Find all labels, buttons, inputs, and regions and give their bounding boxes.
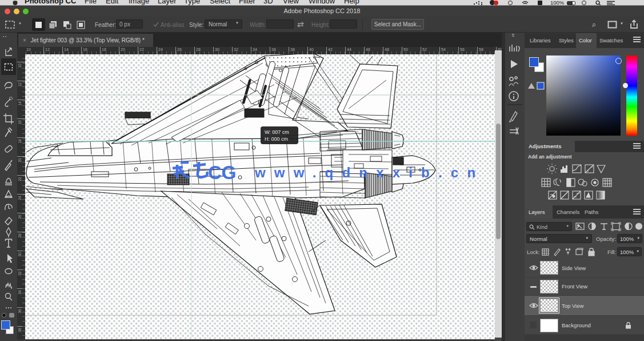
svg-text:CG: CG — [208, 162, 237, 183]
svg-text:www.qdnxxib.cn: www.qdnxxib.cn — [254, 165, 484, 180]
svg-text:W: 007 cm: W: 007 cm — [265, 129, 289, 135]
svg-text:H: 000 cm: H: 000 cm — [265, 136, 288, 142]
